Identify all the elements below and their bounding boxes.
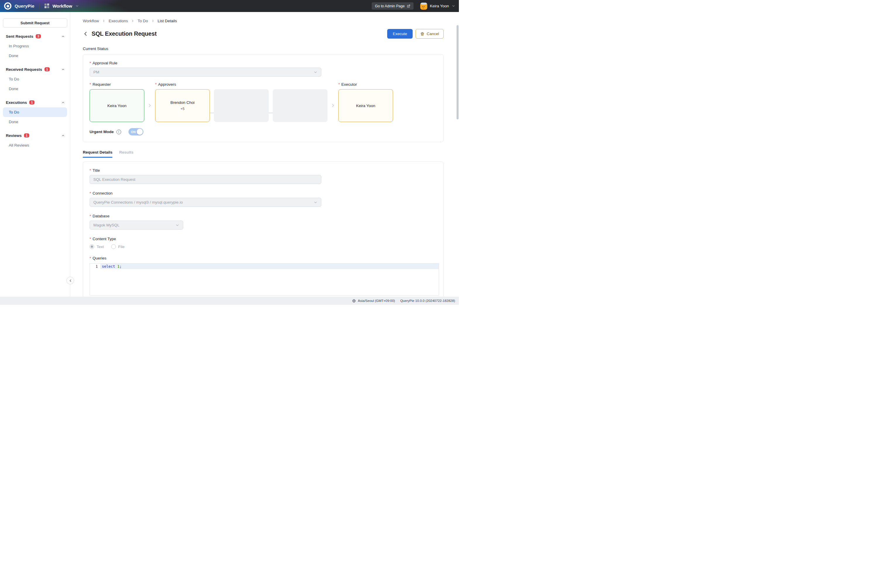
sidebar-item-all-reviews[interactable]: All Reviews <box>3 140 67 150</box>
detail-tabs: Request Details Results <box>83 150 444 158</box>
approval-rule-select[interactable]: PM <box>90 68 322 76</box>
executor-label: Executor <box>341 82 357 87</box>
sidebar-item-executions-done[interactable]: Done <box>3 117 67 127</box>
database-field-label: Database <box>93 214 110 218</box>
sidebar-section-reviews[interactable]: Reviews 1 <box>0 130 70 140</box>
sidebar-section-executions[interactable]: Executions 1 <box>0 98 70 107</box>
sidebar-nav: Sent Requests 3 In Progress Done Receive… <box>0 31 70 150</box>
approval-flow: * Requester Keira Yoon * Approver <box>90 82 437 122</box>
executor-name: Keira Yoon <box>356 104 375 108</box>
approver-more-count: +5 <box>180 107 185 111</box>
line-number: 1 <box>90 264 101 269</box>
count-badge: 1 <box>29 100 35 105</box>
user-account-menu[interactable]: Keira Yoon <box>413 3 455 10</box>
cancel-button[interactable]: Cancel <box>416 29 444 39</box>
sidebar-item-sent-done[interactable]: Done <box>3 51 67 60</box>
chevron-down-icon <box>175 223 179 227</box>
chevron-down-icon <box>75 4 79 8</box>
sidebar-item-sent-in-progress[interactable]: In Progress <box>3 41 67 51</box>
sql-terminator: ; <box>119 264 122 268</box>
queries-field-label: Queries <box>93 256 106 260</box>
status-bar: Asia/Seoul (GMT+09:00) QueryPie 10.0.0 (… <box>0 297 459 305</box>
requester-label: Requester <box>93 82 111 87</box>
section-label: Sent Requests <box>6 34 33 39</box>
approval-rule-label: Approval Rule <box>93 61 117 65</box>
info-icon[interactable]: i <box>116 130 121 134</box>
toggle-state-label: ON <box>131 130 136 134</box>
breadcrumb-to-do[interactable]: To Do <box>138 19 148 23</box>
database-select[interactable]: Magok MySQL <box>90 220 183 230</box>
tab-results[interactable]: Results <box>119 150 134 158</box>
chevron-right-icon <box>102 19 105 22</box>
chevron-right-icon <box>131 19 134 22</box>
radio-unselected-icon <box>111 244 116 249</box>
sql-number: 1 <box>115 264 119 268</box>
approver-placeholder-card <box>273 89 328 122</box>
chevron-left-icon <box>83 31 89 37</box>
brand-name: QueryPie <box>15 3 34 9</box>
content-type-radio-file[interactable]: File <box>111 244 125 249</box>
sql-keyword: select <box>102 264 115 268</box>
required-marker: * <box>90 214 91 218</box>
sidebar-section-sent-requests[interactable]: Sent Requests 3 <box>0 31 70 41</box>
executor-card: Keira Yoon <box>338 89 393 122</box>
go-to-admin-page-button[interactable]: Go to Admin Page <box>372 2 413 10</box>
connection-select[interactable]: QueryPie Connections / mysql3 / mysql.qu… <box>90 198 322 207</box>
page-title: SQL Execution Request <box>92 30 156 37</box>
required-marker: * <box>90 168 91 172</box>
app-window: QueryPie Workflow Go to Admin Page Keira… <box>0 0 459 305</box>
sidebar: Submit Request Sent Requests 3 In Progre… <box>0 12 70 297</box>
breadcrumb-executions[interactable]: Executions <box>108 19 128 23</box>
tab-request-details[interactable]: Request Details <box>83 150 113 158</box>
breadcrumb-workflow[interactable]: Workflow <box>83 19 99 23</box>
back-button[interactable] <box>83 31 89 37</box>
code-line: 1 select 1; <box>90 264 439 269</box>
apps-grid-icon <box>45 3 50 9</box>
version-label: QueryPie 10.0.0 (20240722-182828) <box>400 299 455 303</box>
sidebar-item-executions-to-do[interactable]: To Do <box>3 107 67 117</box>
content-type-radio-text[interactable]: Text <box>90 244 104 249</box>
radio-text-label: Text <box>96 244 104 249</box>
urgent-mode-toggle[interactable]: ON <box>128 128 143 135</box>
execute-button[interactable]: Execute <box>387 29 413 39</box>
connection-field-label: Connection <box>93 191 113 195</box>
cancel-button-label: Cancel <box>427 32 439 36</box>
query-editor[interactable]: 1 select 1; <box>90 263 439 296</box>
sidebar-item-received-to-do[interactable]: To Do <box>3 74 67 84</box>
app-switcher-menu[interactable]: Workflow <box>45 3 79 9</box>
required-marker: * <box>90 237 91 241</box>
section-label: Executions <box>6 100 27 105</box>
sidebar-item-received-done[interactable]: Done <box>3 84 67 94</box>
chevron-down-icon <box>313 200 317 204</box>
app-menu-label: Workflow <box>53 3 72 9</box>
count-badge: 1 <box>45 67 50 72</box>
code-content: select 1; <box>101 264 439 269</box>
toggle-knob <box>137 129 143 135</box>
chevron-left-icon <box>69 279 72 283</box>
flow-connector <box>210 112 214 113</box>
trash-icon <box>420 32 424 36</box>
section-label: Reviews <box>6 134 22 138</box>
flow-chevron-icon <box>328 103 338 108</box>
submit-request-button[interactable]: Submit Request <box>3 18 67 27</box>
title-field-label: Title <box>93 168 100 172</box>
count-badge: 1 <box>24 134 29 138</box>
chevron-right-icon <box>151 19 155 22</box>
approver-name: Brendon Choi <box>170 100 195 105</box>
approvers-label: Approvers <box>158 82 176 87</box>
radio-selected-icon <box>90 244 94 249</box>
vertical-scrollbar[interactable] <box>457 25 458 119</box>
chevron-up-icon <box>61 100 65 104</box>
breadcrumb-list-details: List Details <box>158 19 177 23</box>
chevron-up-icon <box>61 68 65 71</box>
title-input[interactable]: SQL Execution Request <box>90 175 322 184</box>
chevron-up-icon <box>61 34 65 38</box>
main-content: Workflow Executions To Do List Details S… <box>70 12 459 297</box>
chevron-down-icon <box>452 4 455 8</box>
approval-rule-value: PM <box>93 70 99 74</box>
required-marker: * <box>90 82 91 87</box>
requester-card: Keira Yoon <box>90 89 144 122</box>
sidebar-section-received-requests[interactable]: Received Requests 1 <box>0 64 70 74</box>
sidebar-collapse-button[interactable] <box>66 277 74 284</box>
required-marker: * <box>90 256 91 260</box>
